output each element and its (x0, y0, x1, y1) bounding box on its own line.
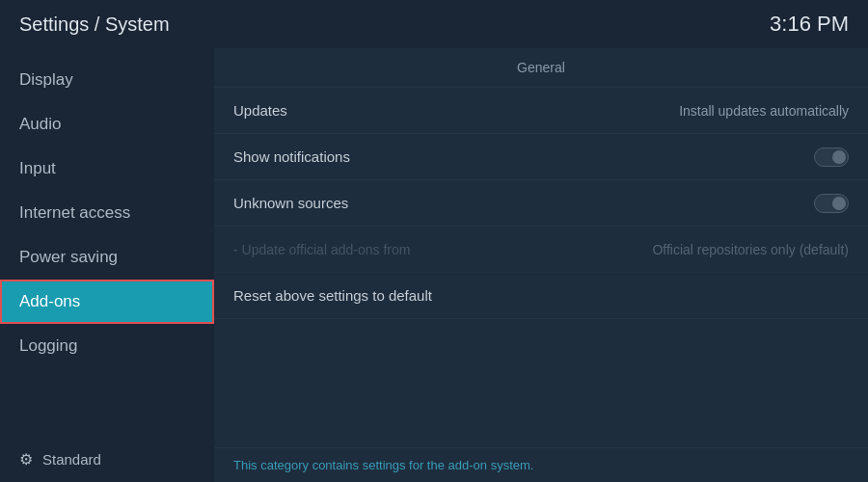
sidebar-item-display[interactable]: Display (0, 58, 214, 102)
setting-label-updates: Updates (233, 102, 287, 119)
sidebar-item-logging[interactable]: Logging (0, 324, 214, 368)
setting-row-updates[interactable]: Updates Install updates automatically (214, 88, 868, 134)
content-area: General Updates Install updates automati… (214, 48, 868, 447)
sidebar: Display Audio Input Internet access Powe… (0, 48, 214, 482)
setting-label-unknown-sources: Unknown sources (233, 195, 348, 211)
clock: 3:16 PM (770, 12, 849, 37)
setting-value-updates: Install updates automatically (679, 103, 849, 119)
setting-value-update-addons: Official repositories only (default) (652, 242, 849, 257)
setting-label-show-notifications: Show notifications (233, 148, 350, 165)
setting-row-unknown-sources[interactable]: Unknown sources (214, 180, 868, 227)
main-content: General Updates Install updates automati… (214, 48, 868, 482)
setting-row-show-notifications[interactable]: Show notifications (214, 134, 868, 180)
sidebar-item-internet-access[interactable]: Internet access (0, 191, 214, 235)
main-layout: Display Audio Input Internet access Powe… (0, 48, 868, 482)
toggle-show-notifications[interactable] (814, 147, 849, 167)
status-text: This category contains settings for the … (233, 458, 533, 472)
toggle-unknown-sources[interactable] (814, 194, 849, 213)
section-header: General (214, 48, 868, 88)
setting-label-reset: Reset above settings to default (233, 287, 432, 304)
profile-label: Standard (42, 451, 101, 468)
setting-row-reset[interactable]: Reset above settings to default (214, 273, 868, 319)
sidebar-item-power-saving[interactable]: Power saving (0, 235, 214, 280)
sidebar-item-audio[interactable]: Audio (0, 102, 214, 147)
gear-icon: ⚙ (19, 450, 33, 469)
page-title: Settings / System (19, 13, 170, 36)
setting-row-update-addons: - Update official add-ons from Official … (214, 227, 868, 273)
sidebar-item-input[interactable]: Input (0, 147, 214, 191)
status-bar: This category contains settings for the … (214, 447, 868, 482)
sidebar-item-add-ons[interactable]: Add-ons (0, 280, 214, 324)
sidebar-bottom: ⚙ Standard (0, 437, 214, 482)
setting-label-update-addons: - Update official add-ons from (233, 242, 410, 257)
header: Settings / System 3:16 PM (0, 0, 868, 48)
